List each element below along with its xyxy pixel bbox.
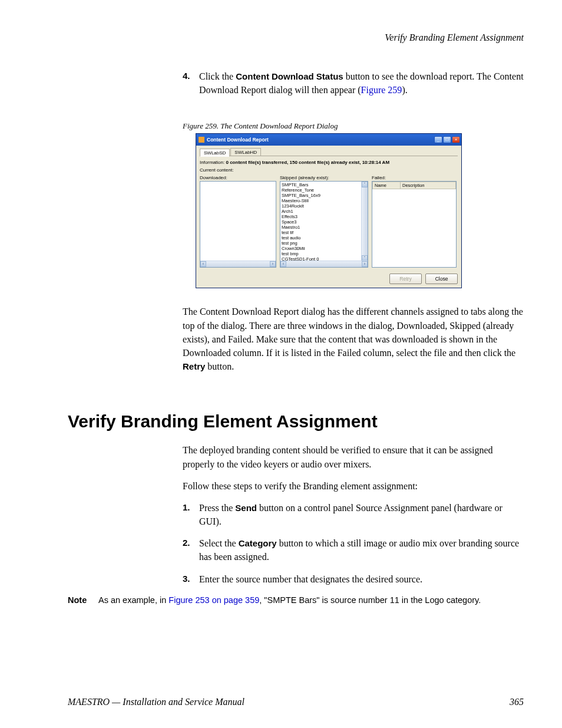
col-failed-label: Failed:: [372, 175, 457, 180]
page-footer: MAESTRO — Installation and Service Manua…: [68, 697, 524, 707]
minimize-button[interactable]: _: [434, 136, 442, 143]
figure-caption: Figure 259. The Content Download Report …: [183, 121, 524, 131]
text: Press the: [199, 503, 235, 513]
step-1: 1. Press the Send button on a control pa…: [183, 501, 524, 528]
list-item[interactable]: test bmp: [282, 251, 361, 256]
col-downloaded-label: Downloaded:: [200, 175, 276, 180]
step-number: 1.: [183, 501, 199, 528]
hscroll[interactable]: ‹ ›: [280, 261, 368, 267]
text: , "SMPTE Bars" is source number 11 in th…: [259, 595, 481, 605]
step-number: 2.: [183, 536, 199, 564]
heading-1: Verify Branding Element Assignment: [68, 411, 524, 431]
scroll-left-icon[interactable]: ‹: [200, 261, 206, 267]
close-dialog-button[interactable]: Close: [425, 274, 458, 284]
text: Select the: [199, 538, 239, 548]
list-item[interactable]: SMPTE_Bars: [282, 182, 361, 187]
list-item[interactable]: Crown30Mii: [282, 246, 361, 251]
step-body: Select the Category button to which a st…: [199, 536, 524, 564]
footer-left: MAESTRO — Installation and Service Manua…: [68, 697, 244, 707]
window-icon: [199, 137, 204, 143]
step-number: 4.: [183, 70, 199, 97]
col-skipped-label: Skipped (already exist):: [280, 175, 368, 180]
step-4: 4. Click the Content Download Status but…: [183, 70, 524, 97]
retry-button[interactable]: Retry: [389, 274, 422, 284]
failed-header-desc[interactable]: Description: [401, 182, 455, 189]
list-item[interactable]: Maestro1: [282, 225, 361, 230]
failed-header: Name Description: [372, 182, 456, 189]
hscroll[interactable]: ‹ ›: [200, 261, 276, 267]
step-number: 3.: [183, 572, 199, 586]
bold-term: Category: [239, 538, 277, 548]
info-label: Information:: [200, 160, 224, 165]
list-item[interactable]: SMPTE_Bars_16x9: [282, 193, 361, 198]
bold-term: Content Download Status: [236, 71, 343, 81]
text: As an example, in: [98, 595, 168, 605]
list-item[interactable]: test tif: [282, 230, 361, 235]
scroll-right-icon[interactable]: ›: [270, 261, 276, 267]
list-item[interactable]: Quotes-Image 1: [282, 267, 361, 268]
vscroll[interactable]: ˆ ˇ: [361, 182, 368, 261]
bold-term: Send: [235, 503, 257, 513]
list-item[interactable]: test audio: [282, 235, 361, 241]
figure-link[interactable]: Figure 259: [361, 85, 402, 95]
text: button.: [205, 361, 234, 371]
titlebar: Content Download Report _ □ ×: [196, 134, 461, 146]
skipped-list[interactable]: SMPTE_Bars Reference_Tone SMPTE_Bars_16x…: [280, 181, 368, 268]
paragraph: The Content Download Report dialog has t…: [183, 305, 524, 373]
list-item[interactable]: Arch1: [282, 209, 361, 214]
text: The Content Download Report dialog has t…: [183, 307, 523, 358]
list-item[interactable]: Space3: [282, 219, 361, 225]
list-item[interactable]: test png: [282, 241, 361, 246]
figure-link[interactable]: Figure 253 on page 359: [168, 595, 259, 605]
list-item[interactable]: Reference_Tone: [282, 187, 361, 193]
step-3: 3. Enter the source number that designat…: [183, 572, 524, 586]
text: Enter the source number that designates …: [199, 574, 422, 584]
note-label: Note: [67, 594, 98, 606]
dialog-window: Content Download Report _ □ × SWLabSD SW…: [196, 133, 462, 288]
info-value: 0 content file(s) transferred, 150 conte…: [226, 160, 389, 165]
window-title: Content Download Report: [207, 137, 434, 143]
note-body: As an example, in Figure 253 on page 359…: [98, 594, 524, 606]
step-body: Click the Content Download Status button…: [199, 70, 524, 97]
tab-swlabhd[interactable]: SWLabHD: [230, 148, 261, 156]
list-item[interactable]: Maestero-Still: [282, 198, 361, 203]
text: ).: [402, 85, 407, 95]
tab-swlabsd[interactable]: SWLabSD: [200, 149, 230, 157]
running-head: Verify Branding Element Assignment: [68, 32, 524, 43]
step-2: 2. Select the Category button to which a…: [183, 536, 524, 564]
text: Click the: [199, 71, 236, 81]
paragraph: The deployed branding content should be …: [183, 443, 524, 470]
scroll-left-icon[interactable]: ‹: [280, 261, 286, 267]
paragraph: Follow these steps to verify the Brandin…: [183, 479, 524, 493]
scroll-up-icon[interactable]: ˆ: [362, 182, 368, 187]
failed-header-name[interactable]: Name: [373, 182, 401, 189]
list-item[interactable]: 1234RockIt: [282, 203, 361, 209]
close-button[interactable]: ×: [452, 136, 460, 143]
current-content-row: Current content:: [200, 167, 458, 173]
step-body: Press the Send button on a control panel…: [199, 501, 524, 528]
downloaded-list[interactable]: ‹ ›: [200, 181, 276, 268]
footer-page-number: 365: [510, 697, 524, 707]
info-row: Information: 0 content file(s) transferr…: [200, 160, 458, 165]
current-label: Current content:: [200, 167, 233, 173]
tab-strip: SWLabSD SWLabHD: [200, 148, 458, 156]
scroll-right-icon[interactable]: ›: [362, 261, 368, 267]
note-block: Note As an example, in Figure 253 on pag…: [67, 594, 524, 606]
step-body: Enter the source number that designates …: [199, 572, 524, 586]
list-item[interactable]: Effects3: [282, 214, 361, 219]
failed-list[interactable]: Name Description: [372, 181, 457, 268]
bold-term: Retry: [183, 361, 205, 371]
maximize-button[interactable]: □: [443, 136, 451, 143]
